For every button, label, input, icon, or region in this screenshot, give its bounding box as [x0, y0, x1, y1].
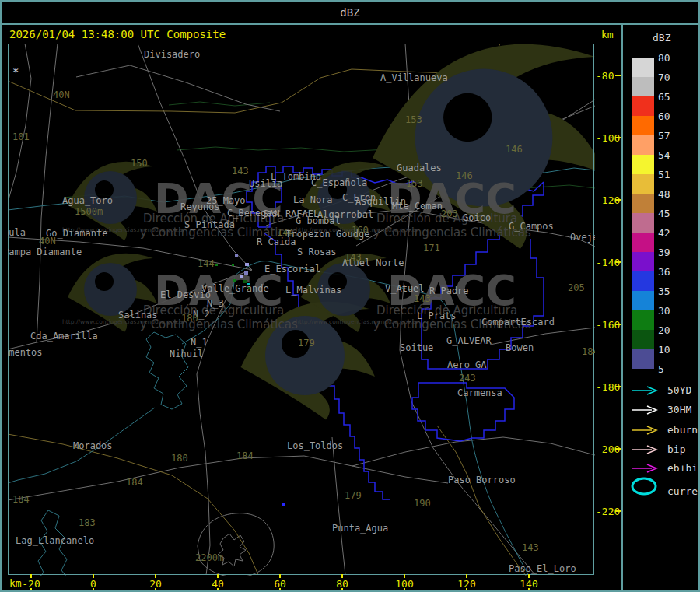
bottom-axis-tick-mark — [341, 588, 343, 592]
route-number-label: 179 — [298, 338, 315, 348]
dbz-scale-swatch — [632, 330, 654, 349]
dbz-scale-label: 45 — [658, 208, 670, 219]
place-label: amentos — [8, 348, 43, 357]
50YD-arrow-icon — [630, 385, 661, 396]
radar-echo — [240, 275, 243, 278]
dbz-scale-swatch — [632, 271, 654, 291]
legend-panel: dBZ 807065605754514845423936353020105 50… — [624, 25, 699, 592]
legend-symbol-row: current — [630, 481, 661, 492]
radar-app-window: dBZ 2026/01/04 13:48:00 UTC Composite km… — [0, 0, 700, 592]
dbz-scale-swatch — [632, 233, 654, 252]
dbz-scale-label: 35 — [658, 286, 670, 296]
title-bar: dBZ — [2, 2, 698, 25]
place-label: Mte_Coman — [392, 201, 443, 211]
bottom-axis-tick-mark — [30, 588, 32, 592]
route-number-label: 40N — [39, 236, 56, 246]
dbz-scale-label: 48 — [658, 189, 670, 199]
radar-echo — [282, 503, 285, 506]
place-label: R_Padre — [429, 286, 469, 296]
place-label: Nihuil — [170, 349, 203, 359]
legend-symbol-label: bip — [667, 444, 685, 454]
dbz-scale-label: 42 — [658, 228, 670, 238]
bottom-axis-tick-mark — [279, 588, 281, 592]
radar-echo — [243, 280, 247, 283]
route-number-label: 146 — [456, 171, 473, 180]
dbz-scale-swatch — [632, 58, 654, 77]
bottom-axis-tick-mark — [217, 588, 219, 592]
dbz-scale-swatch — [632, 252, 654, 271]
dbz-scale-label: 36 — [658, 267, 670, 277]
legend-title: dBZ — [653, 32, 670, 44]
place-label: Pampa_Diamante — [8, 247, 82, 257]
dbz-scale-label: 5 — [658, 364, 664, 374]
right-axis-tick-mark — [615, 261, 621, 263]
route-number-label: 179 — [345, 491, 362, 500]
dbz-scale-swatch — [632, 77, 654, 96]
dbz-scale-swatch — [632, 116, 654, 135]
legend-symbol-row: eb+bip — [630, 462, 661, 473]
eb+bip-arrow-icon — [630, 463, 661, 474]
place-label: Paso_El_Loro — [509, 564, 576, 573]
bottom-axis-tick-mark — [93, 588, 94, 592]
legend-symbol-label: eb+bip — [667, 463, 700, 473]
radar-echo — [215, 264, 218, 266]
timestamp-label: 2026/01/04 13:48:00 UTC Composite — [9, 28, 226, 40]
route-number-label: 2200m — [195, 553, 223, 562]
place-label: Bowen — [506, 343, 534, 352]
place-label: Atuel_Norte — [342, 258, 404, 268]
place-label: Morados — [73, 441, 113, 450]
right-axis-tick-mark — [615, 386, 621, 387]
route-number-label: 143 — [414, 294, 431, 303]
place-label: Reyunos — [180, 202, 220, 212]
dbz-scale-swatch — [632, 349, 654, 369]
place-label: Cda_Amarilla — [30, 331, 98, 341]
legend-symbol-label: 30HM — [667, 405, 691, 415]
bottom-axis-tick-mark — [404, 588, 405, 592]
place-label: Lag_Llancanelo — [16, 536, 94, 545]
place-label: La_Nora — [293, 195, 333, 205]
place-label: L_Malvinas — [285, 285, 341, 295]
place-label: C_Española — [311, 178, 367, 187]
route-number-label: 184 — [582, 347, 595, 356]
bip-arrow-icon — [630, 444, 661, 455]
dbz-scale-label: 60 — [658, 111, 670, 121]
radar-map-canvas[interactable]: DACCDirección de Agriculturay Contingenc… — [8, 44, 595, 576]
legend-symbol-label: current — [667, 486, 700, 496]
place-label: R_Caida — [257, 237, 296, 247]
right-axis-tick-mark — [615, 75, 621, 76]
dbz-scale-label: 57 — [658, 131, 670, 141]
radar-echo — [245, 263, 249, 266]
place-label: Oveje — [570, 233, 595, 242]
radar-echo — [244, 271, 248, 275]
route-number-label: 243 — [459, 373, 476, 383]
dbz-scale-swatch — [632, 213, 654, 233]
dbz-scale-swatch — [632, 194, 654, 213]
place-label: E_Escorial — [264, 264, 320, 274]
place-label: G_Campos — [509, 222, 554, 231]
dbz-scale-label: 54 — [658, 150, 670, 160]
place-label: L_Prats — [417, 311, 457, 321]
page-title: dBZ — [340, 6, 359, 19]
right-axis-unit-label: km — [601, 29, 614, 40]
place-label: S_Pintada — [184, 220, 235, 229]
place-label: Salinas — [118, 310, 158, 320]
route-number-label: 101 — [12, 132, 30, 142]
bottom-axis-tick-mark — [466, 588, 467, 592]
radar-echo — [248, 287, 250, 289]
radar-echo — [233, 279, 236, 282]
radar-site-marker: * — [12, 67, 19, 76]
dbz-scale-swatch — [632, 291, 654, 310]
right-axis-tick-label: -80 — [596, 71, 614, 81]
route-number-label: 180 — [171, 454, 188, 463]
place-label: N_1 — [191, 338, 208, 347]
route-number-label: 190 — [414, 499, 431, 508]
svg-text:http://www.contingencias.mendo: http://www.contingencias.mendoza.gov.ar — [296, 318, 419, 325]
right-axis-tick-mark — [615, 199, 621, 201]
place-label: Los_Toldos — [287, 441, 343, 450]
place-label: Punta_Agua — [332, 524, 388, 533]
route-number-label: 1500m — [75, 207, 103, 216]
legend-separator-line — [621, 25, 623, 592]
place-label: Carmensa — [457, 388, 502, 398]
place-label: Goico — [463, 213, 491, 222]
current-cell-ellipse-icon — [630, 476, 661, 496]
